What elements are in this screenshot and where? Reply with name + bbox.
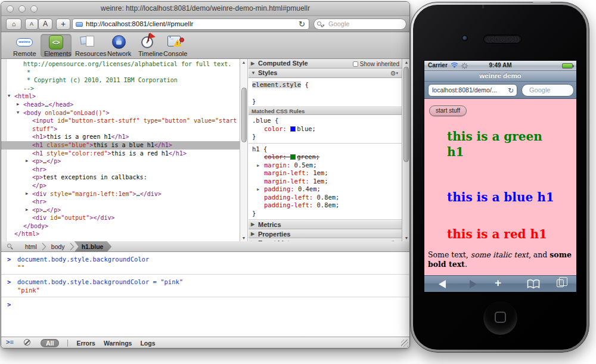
disclosure-triangle-icon[interactable]: ▼	[251, 69, 256, 77]
console-active-prompt[interactable]: >	[1, 300, 409, 309]
mobile-search-field[interactable]: Google	[522, 84, 574, 97]
url-field[interactable]: http://localhost:8081/client/#pmuellr ↻	[72, 18, 309, 30]
color-swatch[interactable]	[290, 126, 296, 132]
mobile-reload-icon[interactable]: ↻	[508, 85, 514, 97]
sidebar-scrollbar[interactable]: ▲ ▼	[402, 59, 409, 241]
css-property[interactable]: color: blue;	[252, 125, 402, 133]
css-property[interactable]: color: green;	[252, 153, 402, 161]
disclosure-triangle-icon[interactable]: ▶	[251, 220, 254, 229]
scroll-down-icon[interactable]: ▼	[240, 236, 247, 240]
scroll-up-icon[interactable]: ▲	[240, 60, 247, 64]
source-line[interactable]: <input id="button-start-stuff" type="but…	[1, 117, 240, 125]
disclosure-triangle-icon[interactable]: ▼	[8, 92, 10, 101]
scrollbar-thumb[interactable]	[241, 88, 247, 142]
element-style-rule[interactable]: element.style { }	[249, 78, 402, 107]
titlebar[interactable]: weinre: http://localhost:8081/demo/weinr…	[1, 2, 409, 16]
pages-icon[interactable]	[557, 279, 564, 287]
source-line[interactable]: <hr>	[1, 166, 240, 174]
empty-declaration[interactable]	[252, 89, 402, 97]
source-line[interactable]: </p>	[1, 182, 240, 190]
source-line[interactable]: -->	[1, 85, 240, 93]
scroll-down-icon[interactable]: ▼	[402, 236, 409, 240]
disclosure-triangle-icon[interactable]: ▶	[251, 230, 254, 238]
toolbar-item-network[interactable]: Network	[104, 34, 135, 57]
reload-icon[interactable]: ↻	[299, 19, 305, 29]
element-style-selector[interactable]: element.style	[252, 81, 301, 88]
font-smaller-button[interactable]: A	[25, 18, 38, 30]
color-swatch[interactable]	[290, 154, 296, 160]
back-icon[interactable]	[439, 280, 446, 288]
css-property[interactable]: padding-left: 0.8em;	[252, 201, 402, 210]
toolbar-item-timeline[interactable]: Timeline	[135, 34, 163, 57]
css-property[interactable]: ▶padding: 0.4em;	[252, 185, 402, 194]
scrollbar-thumb[interactable]	[403, 67, 409, 162]
source-line[interactable]: <h1 class="blue">this is a blue h1</h1>	[1, 141, 240, 150]
toolbar-item-resources[interactable]: Resources	[72, 34, 105, 57]
source-line[interactable]: ▶<p>…</p>	[1, 206, 240, 214]
search-field[interactable]: ▾ Google	[313, 18, 406, 30]
disclosure-triangle-icon[interactable]: ▶	[257, 186, 259, 194]
source-line[interactable]: </body>	[1, 222, 240, 231]
sidebar-section-metrics[interactable]: ▶Metrics	[249, 220, 402, 229]
font-larger-button[interactable]: A	[38, 18, 52, 30]
disclosure-triangle-icon[interactable]: ▶	[251, 59, 254, 68]
source-line[interactable]: ▶<p>…</p>	[1, 157, 240, 166]
resize-grip[interactable]	[401, 340, 408, 347]
mobile-url-field[interactable]: localhost:8081/demo/... ↻	[428, 84, 517, 97]
filter-errors[interactable]: Errors	[76, 340, 95, 347]
bookmarks-icon[interactable]	[527, 279, 540, 289]
source-line[interactable]: <p>test exceptions in callbacks:	[1, 173, 240, 182]
source-line[interactable]: http://opensource.org/licenses/alphabeti…	[1, 60, 240, 69]
source-line[interactable]: </html>	[1, 230, 240, 238]
home-button[interactable]	[483, 300, 518, 335]
toolbar-item-console[interactable]: Console	[160, 34, 191, 57]
source-line[interactable]: <h1>this is a green h1</h1>	[1, 133, 240, 141]
sidebar-section-properties[interactable]: ▶Properties	[249, 229, 402, 239]
breadcrumb-item-h1.blue[interactable]: h1.blue	[74, 241, 112, 252]
css-property[interactable]: ▶margin: 0.5em;	[252, 161, 402, 170]
css-property[interactable]: margin-left: 1em;	[252, 178, 402, 186]
disclosure-triangle-icon[interactable]: ▶	[26, 190, 28, 198]
disclosure-triangle-icon[interactable]: ▶	[257, 162, 259, 170]
new-tab-button[interactable]: +	[56, 18, 70, 30]
source-line[interactable]: <div id="output"></div>	[1, 214, 240, 222]
tree-scrollbar[interactable]: ▲ ▼	[240, 59, 248, 241]
styles-section-header[interactable]: ▼ Styles ⚙▾	[249, 69, 402, 78]
source-line[interactable]: * Copyright (c) 2010, 2011 IBM Corporati…	[1, 76, 240, 85]
add-bookmark-icon[interactable]: +	[495, 276, 501, 290]
disclosure-triangle-icon[interactable]: ▶	[26, 206, 28, 214]
console-toggle-icon[interactable]: >≡	[6, 338, 14, 346]
disclosure-triangle-icon[interactable]: ▶	[26, 157, 28, 166]
filter-logs[interactable]: Logs	[140, 340, 155, 347]
disclosure-triangle-icon[interactable]: ▼	[17, 109, 19, 117]
console-prompt-row[interactable]: >	[1, 297, 409, 312]
source-line[interactable]: stuff">	[1, 125, 240, 133]
source-line[interactable]: <hr>	[1, 198, 240, 206]
toolbar-item-elements[interactable]: <>Elements	[41, 34, 72, 57]
search-options-caret-icon[interactable]: ▾	[322, 20, 325, 30]
rule-selector[interactable]: .blue {	[252, 117, 402, 125]
toolbar-item-remote[interactable]: weinreRemote	[10, 34, 39, 57]
filter-all[interactable]: All	[41, 339, 59, 347]
rule-selector[interactable]: h1 {	[252, 145, 402, 154]
show-inherited-checkbox[interactable]	[353, 61, 358, 67]
source-line[interactable]: ▶<head>…</head>	[1, 101, 240, 109]
search-icon[interactable]	[7, 244, 11, 248]
breadcrumb-item-html[interactable]: html	[20, 241, 42, 252]
home-button[interactable]: ⌂	[6, 18, 21, 30]
forward-icon[interactable]	[470, 280, 477, 288]
disclosure-triangle-icon[interactable]: ▶	[17, 101, 19, 109]
css-rule[interactable]: .blue {color: blue;}	[249, 115, 402, 144]
css-property[interactable]: padding-left: 0.8em;	[252, 194, 402, 202]
power-button[interactable]	[533, 1, 551, 3]
console-panel[interactable]: >document.body.style.backgroundColor"">d…	[1, 252, 409, 339]
start-stuff-button[interactable]: start stuff	[429, 105, 467, 116]
source-line[interactable]: ▼<body onload="onLoad()">	[1, 109, 240, 117]
scroll-up-icon[interactable]: ▲	[402, 60, 409, 64]
source-line[interactable]: <h1 style="color:red">this is a red h1</…	[1, 150, 240, 158]
css-rule[interactable]: h1 {color: green;▶margin: 0.5em;margin-l…	[249, 144, 402, 220]
breadcrumb-item-body[interactable]: body	[46, 241, 70, 252]
show-inherited-control[interactable]: Show inherited	[353, 60, 399, 69]
source-line[interactable]: *	[1, 69, 240, 77]
source-line[interactable]: ▼<html>	[1, 92, 240, 101]
